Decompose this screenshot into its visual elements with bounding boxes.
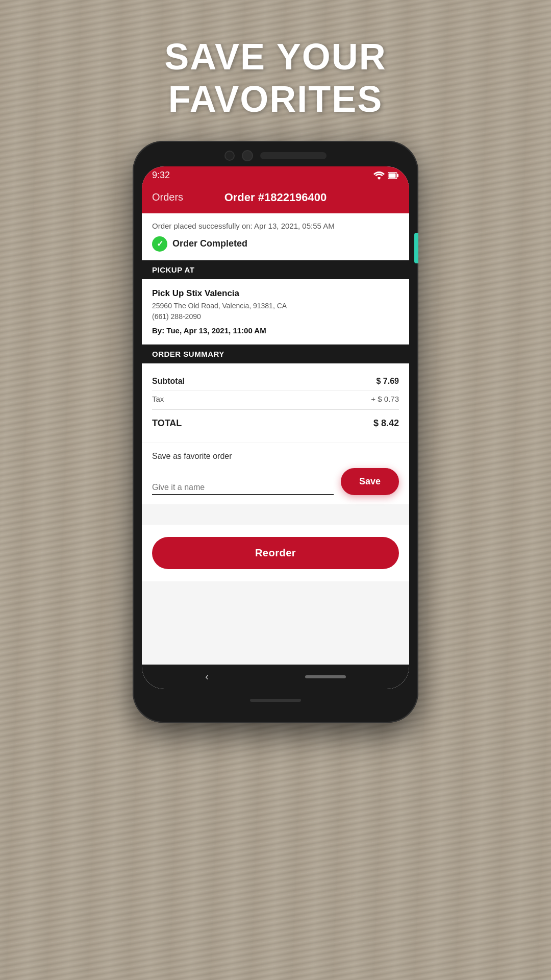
order-title: Order #1822196400: [224, 191, 327, 204]
camera-dot-2: [242, 150, 253, 161]
total-label: TOTAL: [152, 418, 182, 429]
reorder-button[interactable]: Reorder: [152, 537, 399, 569]
store-name: Pick Up Stix Valencia: [152, 288, 399, 299]
tax-label: Tax: [152, 395, 164, 403]
order-summary-header: ORDER SUMMARY: [142, 345, 409, 363]
favorite-label: Save as favorite order: [152, 452, 399, 461]
check-icon: [152, 236, 167, 252]
subtotal-label: Subtotal: [152, 377, 185, 386]
subtotal-row: Subtotal $ 7.69: [152, 373, 399, 390]
headline: SAVE YOUR FAVORITES: [164, 36, 386, 120]
favorite-input-wrapper: [152, 483, 334, 495]
phone-bottom: [142, 689, 409, 712]
battery-icon: [388, 172, 399, 179]
order-placed-banner: Order placed successfully on: Apr 13, 20…: [142, 213, 409, 260]
back-button[interactable]: Orders: [152, 191, 183, 203]
content-area: Order placed successfully on: Apr 13, 20…: [142, 213, 409, 665]
phone-nav-bar: ‹: [142, 665, 409, 689]
reorder-section: Reorder: [142, 525, 409, 581]
save-favorite-button[interactable]: Save: [341, 468, 399, 495]
order-status-row: Order Completed: [152, 236, 399, 252]
speaker-bar: [260, 152, 327, 159]
phone-frame: 9:32 Orders Order #1822196400: [133, 141, 418, 723]
total-row: TOTAL $ 8.42: [152, 412, 399, 433]
app-header: Orders Order #1822196400: [142, 185, 409, 213]
favorite-name-input[interactable]: [152, 483, 334, 492]
front-camera: [224, 151, 235, 161]
home-indicator[interactable]: [305, 675, 346, 678]
subtotal-value: $ 7.69: [377, 377, 399, 386]
tax-row: Tax + $ 0.73: [152, 390, 399, 407]
status-icons: [373, 172, 399, 180]
spacer: [142, 504, 409, 525]
divider: [152, 409, 399, 410]
favorite-input-row: Save: [152, 468, 399, 495]
order-summary: Subtotal $ 7.69 Tax + $ 0.73 TOTAL $ 8.4…: [142, 363, 409, 442]
headline-line1: SAVE YOUR: [164, 36, 386, 78]
pickup-info: Pick Up Stix Valencia 25960 The Old Road…: [142, 279, 409, 345]
headline-line2: FAVORITES: [164, 78, 386, 120]
pickup-by-time: By: Tue, Apr 13, 2021, 11:00 AM: [152, 326, 399, 335]
pickup-section-header: PICKUP AT: [142, 260, 409, 279]
phone-camera-bar: [142, 150, 409, 161]
store-address: 25960 The Old Road, Valencia, 91381, CA …: [152, 301, 399, 322]
phone-screen: 9:32 Orders Order #1822196400: [142, 166, 409, 689]
order-placed-text: Order placed successfully on: Apr 13, 20…: [152, 222, 399, 230]
favorite-section: Save as favorite order Save: [142, 443, 409, 504]
svg-rect-1: [389, 173, 396, 178]
back-chevron-icon[interactable]: ‹: [205, 671, 209, 682]
status-time: 9:32: [152, 170, 170, 181]
tax-value: + $ 0.73: [371, 395, 399, 403]
order-status-text: Order Completed: [172, 238, 247, 249]
total-value: $ 8.42: [373, 418, 399, 429]
status-bar: 9:32: [142, 166, 409, 185]
svg-rect-2: [397, 174, 398, 177]
phone-home-bar: [250, 699, 301, 702]
wifi-icon: [373, 172, 385, 180]
